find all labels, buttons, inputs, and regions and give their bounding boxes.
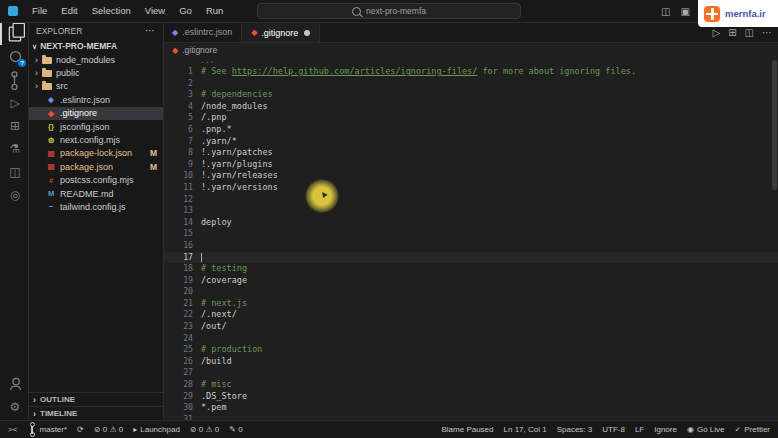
code-line[interactable]: 8!.yarn/patches: [163, 147, 778, 159]
menu-selection[interactable]: Selection: [85, 0, 138, 22]
code-line[interactable]: 7.yarn/*: [163, 136, 778, 148]
gitignore-file-icon: ◆: [172, 46, 178, 55]
run-icon[interactable]: ▷: [712, 27, 720, 38]
activity-remote-explorer[interactable]: ◫: [0, 160, 28, 183]
activity-settings[interactable]: ⚙: [0, 395, 28, 418]
code-line[interactable]: 9!.yarn/plugins: [163, 159, 778, 171]
status-blame-status[interactable]: Blame Paused: [441, 425, 493, 434]
code-line[interactable]: 18# testing: [163, 263, 778, 275]
activity-testing[interactable]: ⚗: [0, 137, 28, 160]
tab--gitignore[interactable]: ◆.gitignore: [242, 22, 320, 42]
code-line[interactable]: 23/out/: [163, 321, 778, 333]
code-link[interactable]: https://help.github.com/articles/ignorin…: [232, 66, 478, 76]
tree-item-node-modules[interactable]: node_modules: [28, 53, 163, 66]
status-encoding[interactable]: UTF-8: [602, 425, 625, 434]
code-line[interactable]: 24: [163, 333, 778, 345]
title-bar: FileEditSelectionViewGoRun next-pro-memf…: [0, 0, 778, 23]
status-prettier[interactable]: ✓Prettier: [735, 425, 771, 434]
tree-item-tailwind-config-js[interactable]: ~tailwind.config.js: [28, 200, 163, 213]
breadcrumb[interactable]: ◆ .gitignore: [163, 43, 778, 57]
command-center-search[interactable]: next-pro-memfa: [257, 3, 521, 19]
status-problems-secondary[interactable]: ⊘ 0 ⚠ 0: [190, 425, 219, 434]
code-line[interactable]: 22/.next/: [163, 309, 778, 321]
code-line[interactable]: 12: [163, 194, 778, 206]
activity-source-control[interactable]: [0, 68, 28, 91]
code-line[interactable]: 16: [163, 240, 778, 252]
explorer-more-actions-icon[interactable]: [145, 25, 155, 36]
code-line[interactable]: 20: [163, 286, 778, 298]
code-line[interactable]: 2: [163, 78, 778, 90]
code-line[interactable]: 4/node_modules: [163, 101, 778, 113]
status-problems[interactable]: ⊘ 0 ⚠ 0: [94, 425, 123, 434]
layout-grid-icon[interactable]: ⊞: [728, 27, 736, 38]
file-icon: ~: [46, 202, 56, 211]
code-line[interactable]: 6.pnp.*: [163, 124, 778, 136]
tree-item--eslintrc-json[interactable]: ◆.eslintrc.json: [28, 93, 163, 106]
status-pending-edits[interactable]: ✎ 0: [229, 425, 242, 434]
code-line[interactable]: 15: [163, 228, 778, 240]
code-area[interactable]: ... 1# See https://help.github.com/artic…: [163, 56, 778, 420]
tree-item-jsconfig-json[interactable]: {}jsconfig.json: [28, 120, 163, 133]
activity-accounts[interactable]: [0, 372, 28, 395]
activity-extensions[interactable]: ⊞: [0, 114, 28, 137]
customize-layout-icon[interactable]: ▣: [681, 6, 690, 17]
status-git-branch[interactable]: master*: [27, 425, 67, 434]
code-line[interactable]: 10!.yarn/releases: [163, 170, 778, 182]
activity-explorer[interactable]: [0, 22, 28, 45]
section-outline[interactable]: OUTLINE: [28, 392, 163, 406]
more-actions-icon[interactable]: ⋯: [762, 27, 772, 38]
project-root-row[interactable]: NEXT-PRO-MEMFA: [28, 39, 163, 53]
menu-view[interactable]: View: [138, 0, 172, 22]
code-line[interactable]: 29.DS_Store: [163, 391, 778, 403]
section-timeline[interactable]: TIMELINE: [28, 406, 163, 420]
menu-run[interactable]: Run: [199, 0, 230, 22]
code-line[interactable]: 17: [163, 252, 778, 264]
menu-edit[interactable]: Edit: [54, 0, 84, 22]
code-line[interactable]: 11!.yarn/versions: [163, 182, 778, 194]
status-remote-indicator[interactable]: ><: [8, 425, 17, 434]
tab--eslintrc-json[interactable]: ◆.eslintrc.json: [163, 22, 242, 42]
code-line[interactable]: 14deploy: [163, 217, 778, 229]
menu-go[interactable]: Go: [172, 0, 199, 22]
app-icon[interactable]: [8, 6, 18, 16]
tree-item-src[interactable]: src: [28, 80, 163, 93]
status-sync-icon[interactable]: ⟳: [77, 425, 84, 434]
status-cursor-position[interactable]: Ln 17, Col 1: [504, 425, 547, 434]
code-token: /out/: [201, 321, 227, 331]
status-launchpad[interactable]: ▸Launchpad: [133, 425, 180, 434]
status-eol[interactable]: LF: [635, 425, 644, 434]
file-icon: ◆: [46, 109, 56, 118]
tree-item-public[interactable]: public: [28, 66, 163, 79]
code-line[interactable]: 30*.pem: [163, 402, 778, 414]
tree-item-package-json[interactable]: ▤package.jsonM: [28, 160, 163, 173]
code-line[interactable]: 19/coverage: [163, 275, 778, 287]
code-line[interactable]: 27: [163, 367, 778, 379]
code-line[interactable]: 5/.pnp: [163, 112, 778, 124]
activity-custom-view[interactable]: ◎: [0, 183, 28, 206]
split-editor-icon[interactable]: ◫: [745, 27, 754, 38]
tree-item-postcss-config-mjs[interactable]: #postcss.config.mjs: [28, 174, 163, 187]
menu-file[interactable]: File: [25, 0, 54, 22]
tree-item-readme-md[interactable]: MREADME.md: [28, 187, 163, 200]
toggle-panel-icon[interactable]: ◫: [661, 6, 670, 17]
activity-search[interactable]: ?: [0, 45, 28, 68]
code-line[interactable]: 13: [163, 205, 778, 217]
code-line[interactable]: 3# dependencies: [163, 89, 778, 101]
line-number: 8: [163, 147, 201, 159]
status-go-live[interactable]: ◉Go Live: [687, 425, 725, 434]
editor-scrollbar[interactable]: [772, 60, 777, 190]
code-line[interactable]: 21# next.js: [163, 298, 778, 310]
status-language-mode[interactable]: Ignore: [654, 425, 677, 434]
tree-item--gitignore[interactable]: ◆.gitignore: [28, 107, 163, 120]
code-line[interactable]: 26/build: [163, 356, 778, 368]
code-line[interactable]: 25# production: [163, 344, 778, 356]
code-line[interactable]: 28# misc: [163, 379, 778, 391]
tree-item-next-config-mjs[interactable]: ⚙next.config.mjs: [28, 133, 163, 146]
activity-run-debug[interactable]: ▷: [0, 91, 28, 114]
code-line[interactable]: 1# See https://help.github.com/articles/…: [163, 66, 778, 78]
section-label: TIMELINE: [40, 409, 77, 418]
line-number: 27: [163, 367, 201, 379]
tree-item-package-lock-json[interactable]: ▤package-lock.jsonM: [28, 147, 163, 160]
mernfa-badge[interactable]: mernfa.ir: [698, 0, 778, 27]
status-indentation[interactable]: Spaces: 3: [557, 425, 593, 434]
